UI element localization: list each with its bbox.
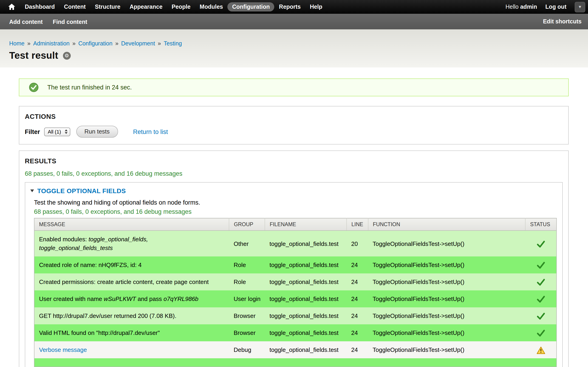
warning-icon xyxy=(536,346,545,354)
chevron-down-icon: ▼ xyxy=(578,5,582,9)
line-cell: 24 xyxy=(346,307,368,324)
column-header-status: STATUS xyxy=(525,218,556,231)
status-cell xyxy=(525,358,556,367)
filter-row: Filter All (1) Run tests Return to list xyxy=(25,126,563,138)
toolbar-item-modules[interactable]: Modules xyxy=(195,2,227,11)
filename-cell: toggle_optional_fields.test xyxy=(265,307,346,324)
verbose-message-link[interactable]: Verbose message xyxy=(39,346,87,353)
filename-cell: toggle_optional_fields.test xyxy=(265,341,346,358)
group-cell xyxy=(229,358,265,367)
table-row xyxy=(34,358,556,367)
logout-link[interactable]: Log out xyxy=(545,4,566,10)
results-table: MESSAGEGROUPFILENAMELINEFUNCTIONSTATUS E… xyxy=(34,218,557,367)
collapse-arrow-icon xyxy=(30,190,34,192)
filename-cell: toggle_optional_fields.test xyxy=(265,324,346,341)
check-icon xyxy=(536,278,545,286)
function-cell: ToggleOptionalFieldsTest->setUp() xyxy=(368,290,525,307)
test-group-summary: 68 passes, 0 fails, 0 exceptions, and 16… xyxy=(34,208,557,215)
toolbar-item-help[interactable]: Help xyxy=(305,2,327,11)
message-cell: Verbose message xyxy=(34,341,229,358)
toolbar-item-people[interactable]: People xyxy=(167,2,195,11)
column-header-line: LINE xyxy=(346,218,368,231)
check-icon xyxy=(536,312,545,320)
group-cell: Debug xyxy=(229,341,265,358)
message-text: and pass xyxy=(136,295,164,302)
breadcrumb-link-home[interactable]: Home xyxy=(9,40,25,47)
group-cell: Role xyxy=(229,273,265,290)
status-cell xyxy=(525,257,556,273)
toolbar-toggle-button[interactable]: ▼ xyxy=(575,2,585,12)
breadcrumb-link-configuration[interactable]: Configuration xyxy=(78,40,112,47)
filename-cell: toggle_optional_fields.test xyxy=(265,231,346,257)
check-icon xyxy=(536,295,545,303)
table-row: Created role of name: nHQ9fFZS, id: 4Rol… xyxy=(34,257,556,273)
breadcrumb-link-administration[interactable]: Administration xyxy=(33,40,69,47)
gear-icon[interactable]: ⚙ xyxy=(63,52,71,59)
line-cell: 24 xyxy=(346,341,368,358)
column-header-function: FUNCTION xyxy=(368,218,525,231)
line-cell: 24 xyxy=(346,290,368,307)
filename-cell xyxy=(265,358,346,367)
breadcrumb-link-testing[interactable]: Testing xyxy=(164,40,182,47)
breadcrumb-separator: » xyxy=(27,40,31,47)
content: The test run finished in 24 sec. ACTIONS… xyxy=(0,78,588,367)
username: admin xyxy=(520,4,537,10)
home-icon-glyph xyxy=(8,4,15,10)
breadcrumb-separator: » xyxy=(115,40,119,47)
status-cell xyxy=(525,341,556,358)
shortcut-find-content[interactable]: Find content xyxy=(53,19,87,25)
message-text: toggle_optional_fields_tests xyxy=(39,244,113,251)
breadcrumb: Home»Administration»Configuration»Develo… xyxy=(9,40,579,47)
message-cell: Created permissions: create article cont… xyxy=(34,273,229,290)
page-title: Test result xyxy=(9,50,58,61)
status-message: The test run finished in 24 sec. xyxy=(19,78,569,96)
table-row: Created permissions: create article cont… xyxy=(34,273,556,290)
filename-cell: toggle_optional_fields.test xyxy=(265,273,346,290)
group-cell: Browser xyxy=(229,324,265,341)
status-message-text: The test run finished in 24 sec. xyxy=(47,84,132,91)
results-panel: RESULTS 68 passes, 0 fails, 0 exceptions… xyxy=(19,150,569,367)
filename-cell: toggle_optional_fields.test xyxy=(265,257,346,273)
function-cell: ToggleOptionalFieldsTest->setUp() xyxy=(368,324,525,341)
edit-shortcuts-link[interactable]: Edit shortcuts xyxy=(543,18,582,25)
toolbar-item-reports[interactable]: Reports xyxy=(275,2,305,11)
actions-title: ACTIONS xyxy=(25,113,563,120)
toolbar-item-structure[interactable]: Structure xyxy=(90,2,125,11)
breadcrumb-separator: » xyxy=(158,40,161,47)
page-header: Home»Administration»Configuration»Develo… xyxy=(0,29,588,67)
home-icon[interactable] xyxy=(6,2,17,11)
function-cell: ToggleOptionalFieldsTest->setUp() xyxy=(368,231,525,257)
breadcrumb-link-development[interactable]: Development xyxy=(121,40,155,47)
column-header-filename: FILENAME xyxy=(265,218,346,231)
test-group-fieldset: TOGGLE OPTIONAL FIELDS Test the showing … xyxy=(25,182,563,367)
greeting-prefix: Hello xyxy=(506,4,519,10)
toolbar-item-dashboard[interactable]: Dashboard xyxy=(20,2,60,11)
breadcrumb-separator: » xyxy=(72,40,76,47)
page: DashboardContentStructureAppearancePeopl… xyxy=(0,0,588,367)
status-cell xyxy=(525,290,556,307)
status-cell xyxy=(525,231,556,257)
status-cell xyxy=(525,307,556,324)
toolbar-item-appearance[interactable]: Appearance xyxy=(125,2,167,11)
toolbar-item-configuration[interactable]: Configuration xyxy=(228,2,275,11)
function-cell xyxy=(368,358,525,367)
test-group-description: Test the showing and hiding of optional … xyxy=(34,199,557,206)
toolbar-menu: DashboardContentStructureAppearancePeopl… xyxy=(20,2,327,11)
line-cell: 24 xyxy=(346,273,368,290)
table-row: Verbose messageDebugtoggle_optional_fiel… xyxy=(34,341,556,358)
filter-select[interactable]: All (1) xyxy=(44,127,70,136)
group-cell: Other xyxy=(229,231,265,257)
check-icon xyxy=(536,329,545,337)
line-cell: 24 xyxy=(346,324,368,341)
toolbar-item-content[interactable]: Content xyxy=(60,2,90,11)
return-to-list-link[interactable]: Return to list xyxy=(133,128,168,135)
shortcut-add-content[interactable]: Add content xyxy=(9,19,43,25)
run-tests-button[interactable]: Run tests xyxy=(76,126,118,138)
table-row: Valid HTML found on "http://drupal7.dev/… xyxy=(34,324,556,341)
filter-select-value: All (1) xyxy=(48,129,61,134)
message-cell: Valid HTML found on "http://drupal7.dev/… xyxy=(34,324,229,341)
results-title: RESULTS xyxy=(25,157,563,165)
group-cell: User login xyxy=(229,290,265,307)
column-header-group: GROUP xyxy=(229,218,265,231)
test-group-title-link[interactable]: TOGGLE OPTIONAL FIELDS xyxy=(37,187,126,194)
